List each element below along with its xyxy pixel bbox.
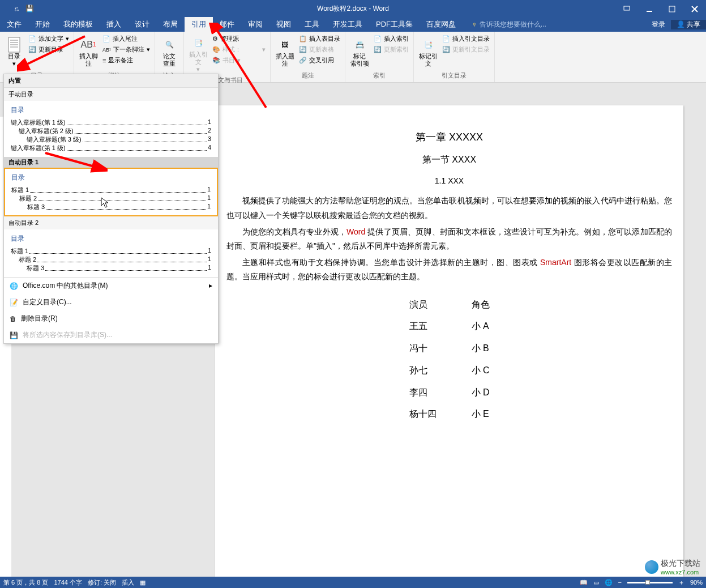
globe-icon: 🌐 (10, 282, 18, 290)
status-bar: 第 6 页，共 8 页 1744 个字 修订: 关闭 插入 ▦ 📖 ▭ 🌐 − … (0, 577, 706, 588)
cross-ref-button[interactable]: 🔗交叉引用 (298, 56, 341, 65)
update-cite-toc-button[interactable]: 🔄更新引文目录 (441, 45, 491, 54)
svg-rect-0 (624, 6, 630, 10)
status-revise[interactable]: 修订: 关闭 (88, 578, 116, 587)
add-text-icon: 📄 (28, 35, 36, 42)
remove-toc-icon: 🗑 (10, 315, 16, 323)
insert-endnote-button[interactable]: 📄插入尾注 (101, 34, 151, 44)
tab-mailings[interactable]: 邮件 (213, 17, 241, 32)
paper-check-button[interactable]: 🔍 论文 查重 (159, 34, 180, 70)
table-row: 冯十小 B (392, 338, 507, 359)
style-dropdown[interactable]: 🎨样式： ▾ (211, 45, 267, 54)
mark-citation-button[interactable]: 📑 标记引文 (417, 34, 439, 70)
tab-review[interactable]: 审阅 (241, 17, 269, 32)
toc-line: 标题 11 (11, 247, 211, 255)
tab-file[interactable]: 文件 (0, 17, 28, 32)
paragraph[interactable]: 为使您的文档具有专业外观，Word 提供了页眉、页脚、封面和文本框设，这些设计可… (226, 225, 672, 253)
close-icon[interactable] (683, 0, 706, 17)
paragraph[interactable]: 视频提供了功能强大的方法帮助您证明您的观点。当您单击联机视频时，可以在想要添加的… (226, 194, 672, 222)
toc-line: 键入章标题(第 1 级)1 (11, 118, 211, 127)
ribbon-display-icon[interactable] (615, 0, 638, 17)
watermark: 极光下载站 www.xz7.com (645, 559, 700, 576)
custom-toc-icon: 📝 (10, 299, 18, 306)
status-page[interactable]: 第 6 页，共 8 页 (3, 578, 48, 587)
manage-sources-button[interactable]: ⚙管理源 (211, 34, 267, 44)
cursor-icon (101, 197, 110, 208)
share-button[interactable]: 👤 共享 (671, 20, 706, 29)
insert-caption-button[interactable]: 🖼 插入题注 (274, 34, 296, 70)
qat-autosave-icon[interactable]: ⎌ (11, 5, 22, 12)
tab-references[interactable]: 引用 (185, 17, 213, 32)
index-icon: 📇 (352, 37, 367, 53)
toc-auto1-title[interactable]: 自动目录 1 (4, 157, 218, 168)
toc-remove[interactable]: 🗑删除目录(R) (4, 310, 218, 327)
insert-cite-toc-button[interactable]: 📄插入引文目录 (441, 34, 491, 44)
group-label-index: 索引 (349, 70, 410, 80)
next-footnote-button[interactable]: AB¹下一条脚注 ▾ (101, 45, 151, 54)
mark-index-button[interactable]: 📇 标记 索引项 (349, 34, 370, 70)
status-insert[interactable]: 插入 (122, 578, 134, 587)
bibliography-button[interactable]: 📚书目 ▾ (211, 56, 267, 65)
toc-custom[interactable]: 📝自定义目录(C)... (4, 294, 218, 310)
insert-footnote-button[interactable]: AB1 插入脚注 (78, 34, 99, 70)
citation-icon: 📑 (190, 35, 206, 51)
view-web-icon[interactable]: 🌐 (605, 579, 613, 586)
zoom-slider[interactable] (627, 582, 673, 583)
zoom-out-button[interactable]: − (618, 579, 622, 586)
login-button[interactable]: 登录 (646, 20, 671, 29)
table-row: 杨十四小 E (392, 404, 507, 425)
table-row: 李四小 D (392, 382, 507, 403)
svg-rect-2 (669, 6, 675, 12)
tab-baidu[interactable]: 百度网盘 (420, 17, 463, 32)
group-label-caption: 题注 (274, 70, 341, 80)
paragraph[interactable]: 主题和样式也有助于文档保持协调。当您单击设计并选择新的主题时，图、图表或 Sma… (226, 255, 672, 284)
cast-table[interactable]: 演员角色 王五小 A 冯十小 B 孙七小 C 李四小 D 杨十四小 E (391, 293, 508, 427)
toc-line: 标题 31 (11, 203, 211, 211)
update-toc-button[interactable]: 🔄更新目录 (27, 45, 70, 54)
zoom-percent[interactable]: 90% (690, 579, 703, 586)
tab-design[interactable]: 设计 (128, 17, 156, 32)
add-text-button[interactable]: 📄添加文字 ▾ (27, 34, 70, 44)
status-words[interactable]: 1744 个字 (54, 578, 82, 587)
insert-tof-button[interactable]: 📋插入表目录 (298, 34, 341, 44)
tab-pdf[interactable]: PDF工具集 (369, 17, 420, 32)
macro-icon[interactable]: ▦ (140, 579, 146, 586)
toc-auto1-preview[interactable]: 目录 标题 11标题 21标题 31 (4, 168, 218, 216)
minimize-icon[interactable] (638, 0, 661, 17)
toc-gallery-dropdown[interactable]: 内置 手动目录 目录 键入章标题(第 1 级)1键入章标题(第 2 级)2键入章… (3, 74, 219, 344)
show-notes-button[interactable]: ≡显示备注 (101, 56, 151, 65)
toc-button[interactable]: 目录▾ (3, 34, 25, 70)
update-index-button[interactable]: 🔄更新索引 (373, 45, 410, 54)
tab-layout[interactable]: 布局 (156, 17, 185, 32)
tab-insert[interactable]: 插入 (100, 17, 128, 32)
view-read-icon[interactable]: 📖 (580, 579, 588, 586)
toc-manual-preview[interactable]: 目录 键入章标题(第 1 级)1键入章标题(第 2 级)2键入章标题(第 3 级… (4, 101, 218, 157)
toc-builtin-header: 内置 (4, 74, 218, 88)
qat-save-icon[interactable]: 💾 (22, 5, 37, 12)
tab-view[interactable]: 视图 (269, 17, 298, 32)
tell-me-input[interactable]: 告诉我您想要做什么... (480, 20, 546, 29)
update-table-button[interactable]: 🔄更新表格 (298, 45, 341, 54)
heading-section[interactable]: 第一节 XXXX (226, 152, 672, 168)
toc-more-office[interactable]: 🌐Office.com 中的其他目录(M)▶ (4, 278, 218, 294)
zoom-in-button[interactable]: ＋ (678, 578, 684, 587)
insert-citation-button[interactable]: 📑 插入引文▾ (187, 34, 209, 75)
toc-auto2-preview[interactable]: 目录 标题 11标题 21标题 31 (4, 229, 218, 277)
toc-auto2-title[interactable]: 自动目录 2 (4, 216, 218, 229)
insert-index-button[interactable]: 📄插入索引 (373, 34, 410, 44)
tab-developer[interactable]: 开发工具 (326, 17, 369, 32)
tab-mytemplates[interactable]: 我的模板 (57, 17, 100, 32)
ab-icon: AB1 (80, 37, 96, 53)
document-page[interactable]: 第一章 XXXXX 第一节 XXXX 1.1 XXX 视频提供了功能强大的方法帮… (215, 105, 683, 577)
toc-line: 标题 11 (11, 186, 211, 194)
toc-save-selection: 💾将所选内容保存到目录库(S)... (4, 327, 218, 343)
tab-tools[interactable]: 工具 (298, 17, 326, 32)
toc-manual-title[interactable]: 手动目录 (4, 88, 218, 101)
heading-chapter[interactable]: 第一章 XXXXX (226, 128, 672, 146)
view-print-icon[interactable]: ▭ (593, 579, 599, 586)
toc-line: 键入章标题(第 3 级)3 (11, 135, 211, 144)
heading-sub[interactable]: 1.1 XXX (226, 174, 672, 188)
tab-home[interactable]: 开始 (28, 17, 57, 32)
maximize-icon[interactable] (661, 0, 683, 17)
title-bar: ⎌ 💾 Word教程2.docx - Word (0, 0, 706, 17)
